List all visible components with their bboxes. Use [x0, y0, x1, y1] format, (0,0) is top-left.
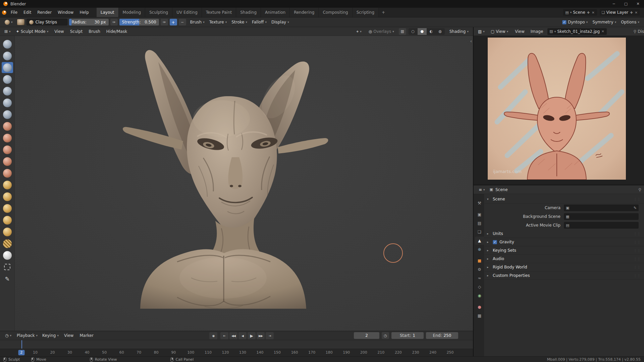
- sidebar-region-hint[interactable]: Dis: [638, 29, 644, 34]
- workspace-tab-uv-editing[interactable]: UV Editing: [172, 8, 202, 17]
- active-tool-dropdown[interactable]: ▾: [2, 19, 15, 26]
- direction-subtract-button[interactable]: −: [179, 19, 186, 25]
- popover-options[interactable]: Options▾: [619, 19, 642, 25]
- playhead[interactable]: [21, 340, 22, 349]
- sculpt-tool-nudge[interactable]: [2, 215, 13, 226]
- strength-pressure-toggle[interactable]: ✑: [161, 19, 168, 25]
- rendered-shading-icon[interactable]: ◍: [436, 28, 445, 35]
- timeline-menu-marker[interactable]: Marker: [76, 332, 96, 339]
- editor-type-properties[interactable]: ≡ ▾: [476, 186, 487, 193]
- viewport-menu-sculpt[interactable]: Sculpt: [67, 28, 86, 35]
- play-button[interactable]: ▶: [248, 332, 256, 339]
- new-scene-icon[interactable]: ✚: [587, 11, 590, 14]
- editor-type-3d-viewport[interactable]: ⊞ ▾: [2, 28, 13, 35]
- menu-render[interactable]: Render: [34, 9, 55, 16]
- menu-help[interactable]: Help: [76, 9, 92, 16]
- popover-display[interactable]: Display▾: [269, 19, 291, 25]
- properties-tab-material[interactable]: ●: [475, 303, 484, 311]
- gizmos-dropdown[interactable]: ⌖ ▾: [354, 28, 364, 35]
- checkbox-gravity[interactable]: ✓: [493, 240, 497, 244]
- viewport-menu-brush[interactable]: Brush: [86, 28, 103, 35]
- workspace-tab-scripting[interactable]: Scripting: [353, 8, 379, 17]
- panel-header-keying-sets[interactable]: ▸Keying Sets⋮⋮: [484, 246, 644, 255]
- properties-tab-modifiers[interactable]: ⚙: [475, 265, 484, 274]
- sidebar-toggle-arrow[interactable]: ‹: [470, 39, 472, 44]
- record-button[interactable]: ◉: [209, 332, 217, 339]
- scene-selector[interactable]: ▤ ▾ Scene ✚ ✕: [563, 9, 597, 16]
- jump-start-button[interactable]: ⇤: [220, 332, 228, 339]
- sculpt-tool-draw[interactable]: [2, 39, 13, 50]
- sculpt-tool-grab[interactable]: [2, 179, 13, 190]
- editor-type-image-editor[interactable]: ▨ ▾: [476, 28, 487, 35]
- panel-header-units[interactable]: ▸Units⋮⋮: [484, 230, 644, 238]
- shading-dropdown[interactable]: Shading ▾: [447, 28, 471, 35]
- overlays-dropdown[interactable]: ◎ Overlays ▾: [366, 28, 396, 35]
- pin-icon[interactable]: ⚲: [633, 29, 636, 34]
- sculpt-tool-layer[interactable]: [2, 74, 13, 85]
- xray-toggle[interactable]: ▥: [399, 28, 406, 35]
- timeline-menu-keying[interactable]: Keying▾: [40, 332, 61, 339]
- viewport-menu-view[interactable]: View: [51, 28, 67, 35]
- timeline-track[interactable]: [0, 340, 473, 349]
- brush-name-field[interactable]: Clay Strips: [26, 19, 67, 25]
- properties-tab-tool[interactable]: ⚒: [475, 199, 484, 207]
- sculpt-tool-scrape[interactable]: [2, 156, 13, 167]
- unlink-image-icon[interactable]: ✕: [601, 29, 604, 33]
- timeline-menu-view[interactable]: View: [61, 332, 76, 339]
- properties-tab-constraints[interactable]: ◇: [475, 283, 484, 291]
- sculpt-tool-smooth[interactable]: [2, 121, 13, 132]
- end-frame-field[interactable]: End: 250: [426, 332, 458, 339]
- properties-tab-render[interactable]: ▣: [475, 210, 484, 219]
- blender-menu-icon[interactable]: [2, 10, 6, 15]
- view-layer-selector[interactable]: ❏ View Layer ✚ ✕: [600, 9, 640, 16]
- viewport-menu-hide-mask[interactable]: Hide/Mask: [103, 28, 130, 35]
- material-shading-icon[interactable]: ◐: [427, 28, 436, 35]
- prev-keyframe-button[interactable]: ◀◀: [229, 332, 237, 339]
- popover-texture[interactable]: Texture▾: [207, 19, 229, 25]
- eyedropper-icon[interactable]: ✎: [634, 206, 637, 210]
- next-keyframe-button[interactable]: ▶▶: [257, 332, 265, 339]
- scene-browse-icon[interactable]: ▤: [565, 10, 569, 15]
- popover-dyntopo[interactable]: ✓Dyntopo▾: [560, 19, 590, 25]
- workspace-tab-layout[interactable]: Layout: [97, 8, 119, 17]
- workspace-tab-shading[interactable]: Shading: [236, 8, 261, 17]
- panel-header-gravity[interactable]: ▸✓Gravity⋮⋮: [484, 238, 644, 246]
- properties-tab-texture[interactable]: ▦: [475, 312, 484, 320]
- properties-tab-world[interactable]: ⊕: [475, 245, 484, 253]
- sculpt-tool-inflate[interactable]: [2, 85, 13, 97]
- workspace-tab-modeling[interactable]: Modeling: [119, 8, 146, 17]
- sculpt-tool-box-hide[interactable]: [2, 261, 13, 273]
- properties-tab-scene[interactable]: ▲: [475, 237, 484, 245]
- new-view-layer-icon[interactable]: ✚: [630, 11, 633, 14]
- sculpt-tool-snake-hook[interactable]: [2, 191, 13, 202]
- field-input-active-movie-clip[interactable]: ▤: [564, 222, 639, 229]
- sculpt-tool-flatten[interactable]: [2, 132, 13, 143]
- sculpture-3d-model[interactable]: [121, 47, 329, 311]
- sculpt-tool-blob[interactable]: [2, 97, 13, 108]
- panel-header-custom-properties[interactable]: ▸Custom Properties⋮⋮: [484, 272, 644, 280]
- sculpt-tool-annotate[interactable]: ✎: [2, 273, 13, 284]
- pin-icon[interactable]: ⚲: [638, 187, 641, 192]
- menu-file[interactable]: File: [8, 9, 20, 16]
- panel-header-audio[interactable]: ▸Audio⋮⋮: [484, 255, 644, 263]
- image-mode-dropdown[interactable]: ▢ View ▾: [488, 28, 511, 35]
- image-editor-canvas[interactable]: ijamarts.com: [474, 36, 644, 185]
- image-datablock-selector[interactable]: ▨ ▾ Sketch_01_insta2.jpg ✕: [547, 28, 606, 35]
- workspace-tab-sculpting[interactable]: Sculpting: [145, 8, 172, 17]
- sculpt-tool-thumb[interactable]: [2, 203, 13, 214]
- solid-shading-icon[interactable]: ●: [418, 28, 427, 35]
- image-editor-menu-view[interactable]: View: [512, 28, 527, 35]
- remove-view-layer-icon[interactable]: ✕: [635, 11, 638, 14]
- viewport-canvas[interactable]: ✎: [0, 36, 473, 331]
- popover-stroke[interactable]: Stroke▾: [229, 19, 250, 25]
- close-button[interactable]: ✕: [632, 0, 644, 8]
- workspace-tab-compositing[interactable]: Compositing: [319, 8, 352, 17]
- image-browse-icon[interactable]: ▨: [549, 29, 553, 34]
- sculpt-tool-crease[interactable]: [2, 109, 13, 120]
- workspace-tab-rendering[interactable]: Rendering: [290, 8, 319, 17]
- popover-falloff[interactable]: Falloff▾: [250, 19, 269, 25]
- properties-tab-view-layer[interactable]: ❏: [475, 228, 484, 236]
- start-frame-field[interactable]: Start: 1: [391, 332, 424, 339]
- radius-slider[interactable]: Radius: 30 px: [69, 19, 109, 25]
- strength-slider[interactable]: Strength: 0.500: [119, 19, 159, 25]
